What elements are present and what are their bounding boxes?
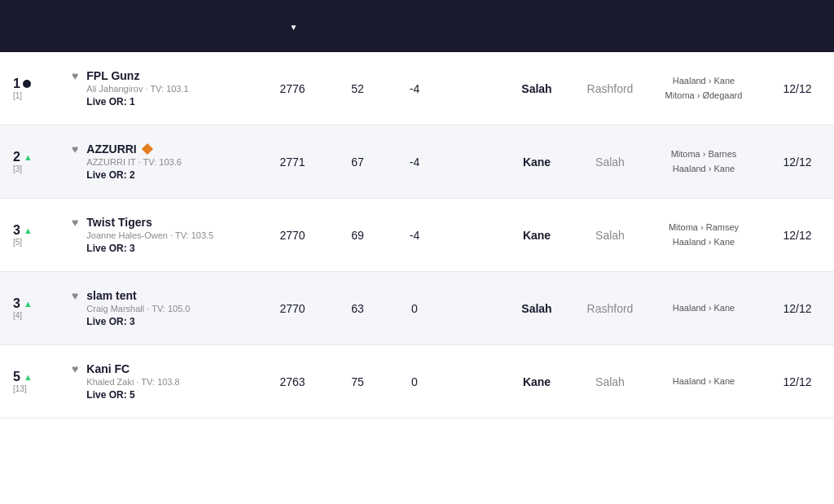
heart-icon[interactable]: ♥ xyxy=(72,69,78,82)
vice-cell: Salah xyxy=(573,152,647,172)
gw-header xyxy=(329,23,386,29)
heart-icon[interactable]: ♥ xyxy=(72,289,78,302)
table-row: 2▲[3]♥AZZURRIAZZURRI IT · TV: 103.6Live … xyxy=(0,125,834,199)
transfer-2: Haaland › Kane xyxy=(653,162,754,177)
captain-cell: Kane xyxy=(500,152,573,172)
rank-up-icon: ▲ xyxy=(24,299,33,309)
rank-header[interactable] xyxy=(0,17,65,36)
vice-cell: Rashford xyxy=(573,299,647,318)
team-info: Twist TigersJoanne Hales-Owen · TV: 103.… xyxy=(86,216,213,254)
table-row: 5▲[13]♥Kani FCKhaled Zaki · TV: 103.8Liv… xyxy=(0,345,834,419)
team-name: FPL Gunz xyxy=(86,69,188,82)
chip-diamond-icon xyxy=(142,143,153,155)
live-or: Live OR: 3 xyxy=(86,243,213,254)
team-manager: Khaled Zaki · TV: 103.8 xyxy=(86,377,179,387)
gw-cell: 69 xyxy=(329,226,386,245)
vice-cell: Salah xyxy=(573,372,647,392)
total-cell: 2776 xyxy=(256,79,329,99)
rank-value: 3 xyxy=(13,223,20,238)
played-cell: 12/12 xyxy=(761,226,834,245)
transfer-1: Mitoma › Barnes xyxy=(653,147,754,162)
captain-cell: Salah xyxy=(500,299,573,318)
transfers-header xyxy=(647,23,761,29)
vice-cell: Rashford xyxy=(573,79,647,99)
rank-cell: 2▲[3] xyxy=(0,150,65,173)
team-manager: AZZURRI IT · TV: 103.6 xyxy=(86,157,182,167)
team-info: Kani FCKhaled Zaki · TV: 103.8Live OR: 5 xyxy=(86,362,179,401)
transfers-cell: Mitoma › BarnesHaaland › Kane xyxy=(647,144,761,179)
team-row-inner: ♥FPL GunzAli Jahangirov · TV: 103.1Live … xyxy=(72,69,249,107)
hits-cell: 0 xyxy=(386,299,443,318)
rank-old: [3] xyxy=(13,164,22,173)
transfers-cell: Haaland › KaneMitoma › Ødegaard xyxy=(647,71,761,106)
live-or: Live OR: 5 xyxy=(86,389,179,401)
team-cell: ♥Twist TigersJoanne Hales-Owen · TV: 103… xyxy=(65,213,256,257)
team-cell: ♥Kani FCKhaled Zaki · TV: 103.8Live OR: … xyxy=(65,359,256,404)
total-cell: 2770 xyxy=(256,299,329,318)
total-header[interactable]: ▼ xyxy=(256,17,329,36)
total-sort-icon: ▼ xyxy=(290,23,298,32)
transfer-1: Haaland › Kane xyxy=(653,375,754,389)
rank-old: [13] xyxy=(13,384,27,393)
table-header: ▼ xyxy=(0,0,834,52)
team-name: Twist Tigers xyxy=(86,216,213,229)
chip-cell xyxy=(443,159,500,165)
rank-number: 5▲ xyxy=(13,370,33,384)
transfers-cell: Haaland › Kane xyxy=(647,298,761,319)
team-name: slam tent xyxy=(86,289,190,302)
team-info: slam tentCraig Marshall · TV: 105.0Live … xyxy=(86,289,190,327)
leaderboard-table: ▼ 1[1]♥FPL GunzAli Jahangirov · TV: 103.… xyxy=(0,0,834,419)
rank-up-icon: ▲ xyxy=(24,226,33,235)
rank-value: 1 xyxy=(13,77,20,91)
team-row-inner: ♥Twist TigersJoanne Hales-Owen · TV: 103… xyxy=(72,216,249,254)
gw-cell: 75 xyxy=(329,372,386,392)
team-manager: Ali Jahangirov · TV: 103.1 xyxy=(86,84,188,94)
heart-icon[interactable]: ♥ xyxy=(72,142,78,156)
rank-dot-icon xyxy=(23,80,31,88)
team-info: AZZURRIAZZURRI IT · TV: 103.6Live OR: 2 xyxy=(86,142,182,181)
hits-header xyxy=(386,23,443,29)
team-cell: ♥AZZURRIAZZURRI IT · TV: 103.6Live OR: 2 xyxy=(65,139,256,184)
rank-cell: 1[1] xyxy=(0,77,65,100)
vice-cell: Salah xyxy=(573,226,647,245)
rank-value: 3 xyxy=(13,296,20,311)
played-cell: 12/12 xyxy=(761,299,834,318)
chip-cell xyxy=(443,232,500,239)
rank-old: [5] xyxy=(13,238,22,247)
heart-icon[interactable]: ♥ xyxy=(72,216,78,229)
hits-cell: -4 xyxy=(386,226,443,245)
captain-cell: Salah xyxy=(500,79,573,99)
total-cell: 2770 xyxy=(256,226,329,245)
table-row: 3▲[4]♥slam tentCraig Marshall · TV: 105.… xyxy=(0,272,834,345)
team-row-inner: ♥AZZURRIAZZURRI IT · TV: 103.6Live OR: 2 xyxy=(72,142,249,181)
chip-cell xyxy=(443,379,500,385)
live-or: Live OR: 2 xyxy=(86,169,182,181)
transfer-1: Haaland › Kane xyxy=(653,301,754,316)
rank-value: 2 xyxy=(13,150,20,164)
rank-number: 3▲ xyxy=(13,223,33,238)
team-cell: ♥slam tentCraig Marshall · TV: 105.0Live… xyxy=(65,286,256,331)
captain-header xyxy=(500,23,573,29)
live-or: Live OR: 3 xyxy=(86,316,190,327)
played-cell: 12/12 xyxy=(761,372,834,392)
transfer-1: Mitoma › Ramsey xyxy=(653,221,754,235)
chip-cell xyxy=(443,85,500,92)
played-cell: 12/12 xyxy=(761,152,834,172)
team-manager: Joanne Hales-Owen · TV: 103.5 xyxy=(86,230,213,240)
gw-cell: 52 xyxy=(329,79,386,99)
team-cell: ♥FPL GunzAli Jahangirov · TV: 103.1Live … xyxy=(65,66,256,111)
team-manager: Craig Marshall · TV: 105.0 xyxy=(86,304,190,313)
live-or: Live OR: 1 xyxy=(86,96,188,107)
table-row: 3▲[5]♥Twist TigersJoanne Hales-Owen · TV… xyxy=(0,199,834,272)
hits-cell: -4 xyxy=(386,79,443,99)
heart-icon[interactable]: ♥ xyxy=(72,362,78,375)
gw-cell: 63 xyxy=(329,299,386,318)
hits-cell: 0 xyxy=(386,372,443,392)
team-name: Kani FC xyxy=(86,362,179,375)
table-row: 1[1]♥FPL GunzAli Jahangirov · TV: 103.1L… xyxy=(0,52,834,125)
total-cell: 2763 xyxy=(256,372,329,392)
rank-old: [1] xyxy=(13,91,22,100)
rank-number: 3▲ xyxy=(13,296,33,311)
rank-cell: 5▲[13] xyxy=(0,370,65,393)
rank-number: 1 xyxy=(13,77,31,91)
